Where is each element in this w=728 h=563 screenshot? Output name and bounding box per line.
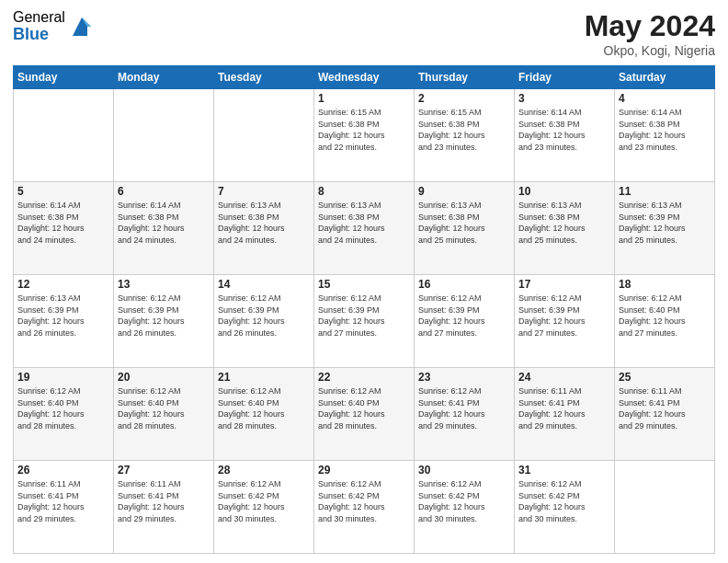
calendar-cell: 1Sunrise: 6:15 AM Sunset: 6:38 PM Daylig…	[314, 89, 415, 182]
calendar-title: May 2024	[585, 9, 715, 43]
day-info: Sunrise: 6:12 AM Sunset: 6:40 PM Dayligh…	[218, 385, 310, 431]
calendar-cell: 22Sunrise: 6:12 AM Sunset: 6:40 PM Dayli…	[314, 368, 415, 461]
logo-blue: Blue	[13, 26, 65, 44]
calendar-cell: 17Sunrise: 6:12 AM Sunset: 6:39 PM Dayli…	[515, 275, 615, 368]
day-number: 10	[518, 185, 610, 198]
day-number: 29	[318, 464, 410, 477]
header: General Blue May 2024 Okpo, Kogi, Nigeri…	[13, 9, 715, 58]
col-header-friday: Friday	[515, 66, 615, 89]
day-number: 4	[619, 92, 711, 105]
calendar-cell: 12Sunrise: 6:13 AM Sunset: 6:39 PM Dayli…	[14, 275, 114, 368]
calendar-cell: 24Sunrise: 6:11 AM Sunset: 6:41 PM Dayli…	[515, 368, 615, 461]
logo-general: General	[13, 9, 65, 26]
day-info: Sunrise: 6:15 AM Sunset: 6:38 PM Dayligh…	[418, 107, 510, 153]
day-number: 24	[518, 371, 610, 384]
calendar-cell: 27Sunrise: 6:11 AM Sunset: 6:41 PM Dayli…	[114, 461, 214, 554]
logo-icon	[69, 14, 95, 40]
calendar-week-1: 1Sunrise: 6:15 AM Sunset: 6:38 PM Daylig…	[14, 89, 715, 182]
day-number: 26	[17, 464, 109, 477]
day-number: 28	[218, 464, 310, 477]
logo: General Blue	[13, 9, 95, 43]
day-number: 1	[318, 92, 410, 105]
day-info: Sunrise: 6:14 AM Sunset: 6:38 PM Dayligh…	[518, 107, 610, 153]
day-number: 9	[418, 185, 510, 198]
day-info: Sunrise: 6:12 AM Sunset: 6:40 PM Dayligh…	[619, 293, 711, 339]
logo-text: General Blue	[13, 9, 65, 43]
day-info: Sunrise: 6:11 AM Sunset: 6:41 PM Dayligh…	[17, 478, 109, 524]
day-info: Sunrise: 6:12 AM Sunset: 6:39 PM Dayligh…	[118, 293, 210, 339]
day-number: 2	[418, 92, 510, 105]
day-info: Sunrise: 6:12 AM Sunset: 6:42 PM Dayligh…	[318, 478, 410, 524]
day-info: Sunrise: 6:12 AM Sunset: 6:42 PM Dayligh…	[418, 478, 510, 524]
calendar-cell: 7Sunrise: 6:13 AM Sunset: 6:38 PM Daylig…	[214, 182, 314, 275]
calendar-cell: 26Sunrise: 6:11 AM Sunset: 6:41 PM Dayli…	[14, 461, 114, 554]
calendar-subtitle: Okpo, Kogi, Nigeria	[585, 43, 715, 58]
page: General Blue May 2024 Okpo, Kogi, Nigeri…	[0, 0, 728, 563]
day-number: 27	[118, 464, 210, 477]
day-info: Sunrise: 6:12 AM Sunset: 6:40 PM Dayligh…	[318, 385, 410, 431]
calendar-cell: 19Sunrise: 6:12 AM Sunset: 6:40 PM Dayli…	[14, 368, 114, 461]
calendar-cell: 14Sunrise: 6:12 AM Sunset: 6:39 PM Dayli…	[214, 275, 314, 368]
day-number: 19	[17, 371, 109, 384]
day-number: 12	[17, 278, 109, 291]
day-number: 13	[118, 278, 210, 291]
calendar-cell	[14, 89, 114, 182]
day-info: Sunrise: 6:12 AM Sunset: 6:42 PM Dayligh…	[518, 478, 610, 524]
day-info: Sunrise: 6:11 AM Sunset: 6:41 PM Dayligh…	[518, 385, 610, 431]
day-info: Sunrise: 6:15 AM Sunset: 6:38 PM Dayligh…	[318, 107, 410, 153]
day-number: 23	[418, 371, 510, 384]
calendar-cell: 10Sunrise: 6:13 AM Sunset: 6:38 PM Dayli…	[515, 182, 615, 275]
day-info: Sunrise: 6:12 AM Sunset: 6:39 PM Dayligh…	[218, 293, 310, 339]
day-number: 6	[118, 185, 210, 198]
calendar-cell: 16Sunrise: 6:12 AM Sunset: 6:39 PM Dayli…	[415, 275, 515, 368]
calendar-cell: 25Sunrise: 6:11 AM Sunset: 6:41 PM Dayli…	[615, 368, 715, 461]
day-number: 31	[518, 464, 610, 477]
col-header-tuesday: Tuesday	[214, 66, 314, 89]
day-info: Sunrise: 6:12 AM Sunset: 6:40 PM Dayligh…	[17, 385, 109, 431]
day-info: Sunrise: 6:14 AM Sunset: 6:38 PM Dayligh…	[118, 200, 210, 246]
day-info: Sunrise: 6:14 AM Sunset: 6:38 PM Dayligh…	[17, 200, 109, 246]
calendar-cell: 11Sunrise: 6:13 AM Sunset: 6:39 PM Dayli…	[615, 182, 715, 275]
calendar-cell: 6Sunrise: 6:14 AM Sunset: 6:38 PM Daylig…	[114, 182, 214, 275]
day-info: Sunrise: 6:14 AM Sunset: 6:38 PM Dayligh…	[619, 107, 711, 153]
calendar-cell: 4Sunrise: 6:14 AM Sunset: 6:38 PM Daylig…	[615, 89, 715, 182]
calendar-cell: 20Sunrise: 6:12 AM Sunset: 6:40 PM Dayli…	[114, 368, 214, 461]
calendar-cell: 18Sunrise: 6:12 AM Sunset: 6:40 PM Dayli…	[615, 275, 715, 368]
day-info: Sunrise: 6:13 AM Sunset: 6:39 PM Dayligh…	[17, 293, 109, 339]
calendar-cell	[114, 89, 214, 182]
calendar-cell: 30Sunrise: 6:12 AM Sunset: 6:42 PM Dayli…	[415, 461, 515, 554]
day-info: Sunrise: 6:11 AM Sunset: 6:41 PM Dayligh…	[619, 385, 711, 431]
day-number: 3	[518, 92, 610, 105]
day-info: Sunrise: 6:13 AM Sunset: 6:38 PM Dayligh…	[318, 200, 410, 246]
day-info: Sunrise: 6:12 AM Sunset: 6:39 PM Dayligh…	[318, 293, 410, 339]
day-number: 16	[418, 278, 510, 291]
day-number: 30	[418, 464, 510, 477]
day-number: 5	[17, 185, 109, 198]
calendar-week-4: 19Sunrise: 6:12 AM Sunset: 6:40 PM Dayli…	[14, 368, 715, 461]
day-info: Sunrise: 6:12 AM Sunset: 6:39 PM Dayligh…	[418, 293, 510, 339]
calendar-table: SundayMondayTuesdayWednesdayThursdayFrid…	[13, 65, 715, 554]
title-block: May 2024 Okpo, Kogi, Nigeria	[585, 9, 715, 58]
calendar-cell	[615, 461, 715, 554]
calendar-cell: 23Sunrise: 6:12 AM Sunset: 6:41 PM Dayli…	[415, 368, 515, 461]
calendar-cell: 9Sunrise: 6:13 AM Sunset: 6:38 PM Daylig…	[415, 182, 515, 275]
col-header-saturday: Saturday	[615, 66, 715, 89]
day-info: Sunrise: 6:12 AM Sunset: 6:40 PM Dayligh…	[118, 385, 210, 431]
day-number: 14	[218, 278, 310, 291]
day-info: Sunrise: 6:11 AM Sunset: 6:41 PM Dayligh…	[118, 478, 210, 524]
day-number: 20	[118, 371, 210, 384]
calendar-cell	[214, 89, 314, 182]
day-number: 15	[318, 278, 410, 291]
day-number: 17	[518, 278, 610, 291]
day-info: Sunrise: 6:12 AM Sunset: 6:42 PM Dayligh…	[218, 478, 310, 524]
col-header-wednesday: Wednesday	[314, 66, 415, 89]
col-header-monday: Monday	[114, 66, 214, 89]
day-number: 21	[218, 371, 310, 384]
day-info: Sunrise: 6:13 AM Sunset: 6:38 PM Dayligh…	[418, 200, 510, 246]
calendar-cell: 5Sunrise: 6:14 AM Sunset: 6:38 PM Daylig…	[14, 182, 114, 275]
day-info: Sunrise: 6:13 AM Sunset: 6:38 PM Dayligh…	[218, 200, 310, 246]
calendar-week-3: 12Sunrise: 6:13 AM Sunset: 6:39 PM Dayli…	[14, 275, 715, 368]
calendar-cell: 2Sunrise: 6:15 AM Sunset: 6:38 PM Daylig…	[415, 89, 515, 182]
day-number: 25	[619, 371, 711, 384]
day-number: 11	[619, 185, 711, 198]
